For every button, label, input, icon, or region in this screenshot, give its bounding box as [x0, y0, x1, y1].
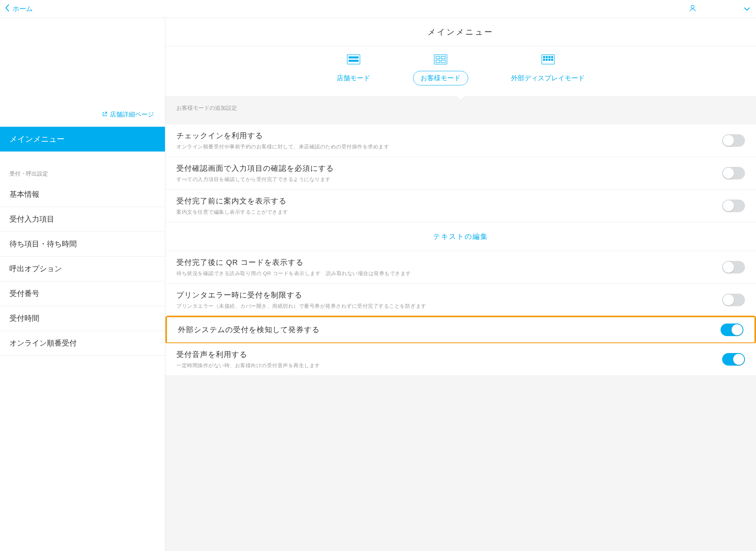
setting-printer-error-title: プリンタエラー時に受付を制限する [176, 290, 426, 300]
store-detail-link[interactable]: 店舗詳細ページ [0, 111, 165, 127]
setting-pre-guide: 受付完了前に案内文を表示する 案内文を任意で編集し表示することができます [165, 190, 756, 222]
setting-pre-guide-title: 受付完了前に案内文を表示する [176, 196, 288, 206]
mode-tab-customer-label: お客様モード [413, 71, 468, 85]
mode-tab-store[interactable]: 店舗モード [329, 54, 378, 85]
svg-rect-8 [441, 60, 445, 63]
chevron-down-icon[interactable] [744, 6, 750, 13]
setting-voice-desc: 一定時間操作がない時、お客様向けの受付音声を再生します [176, 362, 320, 369]
svg-rect-15 [546, 59, 548, 61]
svg-rect-2 [348, 56, 359, 58]
page-title: メインメニュー [165, 18, 756, 46]
mode-tab-store-label: 店舗モード [329, 71, 378, 85]
mode-tab-external-label: 外部ディスプレイモード [504, 71, 592, 85]
svg-rect-4 [434, 55, 447, 64]
svg-rect-6 [441, 56, 445, 59]
svg-rect-13 [551, 56, 553, 58]
svg-rect-16 [548, 59, 550, 61]
setting-confirm-required-desc: すべての入力項目を確認してから受付完了できるようになります [176, 176, 334, 183]
user-icon[interactable] [688, 4, 697, 14]
sidebar-blank [0, 18, 165, 111]
toggle-qr[interactable] [722, 261, 745, 274]
back-home-label: ホーム [13, 4, 33, 13]
svg-rect-12 [548, 56, 550, 58]
svg-rect-1 [347, 55, 359, 64]
topbar-right [688, 4, 750, 14]
toggle-pre-guide[interactable] [722, 200, 745, 212]
svg-rect-10 [543, 56, 545, 58]
setting-qr-title: 受付完了後に QR コードを表示する [176, 257, 411, 268]
toggle-printer-error[interactable] [722, 294, 745, 306]
setting-qr: 受付完了後に QR コードを表示する 待ち状況を確認できる読み取り用の QR コ… [165, 251, 756, 284]
setting-external-detect-title: 外部システムの受付を検知して発券する [178, 325, 320, 335]
setting-voice-title: 受付音声を利用する [176, 349, 320, 360]
sidebar-main-menu-label: メインメニュー [9, 135, 65, 143]
mode-tab-external[interactable]: 外部ディスプレイモード [504, 54, 592, 85]
topbar: ホーム [0, 0, 756, 18]
setting-voice: 受付音声を利用する 一定時間操作がない時、お客様向けの受付音声を再生します [165, 343, 756, 376]
mode-tabs: 店舗モード お客様モード 外部ディスプレイモード [165, 46, 756, 97]
sidebar-item-wait-items[interactable]: 待ち項目・待ち時間 [0, 232, 165, 257]
back-home-link[interactable]: ホーム [5, 4, 33, 14]
sidebar-item-call-options[interactable]: 呼出オプション [0, 257, 165, 281]
external-link-icon [102, 111, 107, 118]
svg-rect-5 [436, 56, 440, 59]
chevron-left-icon [5, 4, 10, 14]
store-mode-icon [347, 54, 360, 65]
toggle-voice[interactable] [722, 353, 745, 366]
sidebar-main-menu[interactable]: メインメニュー [0, 127, 165, 152]
setting-checkin-title: チェックインを利用する [176, 131, 389, 141]
setting-checkin-desc: オンライン順番受付や事前予約のお客様に対して、来店確認のための受付操作を求めます [176, 143, 389, 150]
setting-confirm-required: 受付確認画面で入力項目の確認を必須にする すべての入力項目を確認してから受付完了… [165, 157, 756, 190]
customer-mode-icon [434, 54, 447, 65]
setting-confirm-required-title: 受付確認画面で入力項目の確認を必須にする [176, 163, 334, 174]
toggle-checkin[interactable] [722, 134, 745, 147]
sidebar-item-recep-time[interactable]: 受付時間 [0, 306, 165, 331]
setting-qr-desc: 待ち状況を確認できる読み取り用の QR コードを表示します 読み取れない場合は発… [176, 270, 411, 277]
svg-rect-11 [546, 56, 548, 58]
main: メインメニュー 店舗モード お客様モード [165, 18, 756, 551]
sidebar-list: 基本情報 受付入力項目 待ち項目・待ち時間 呼出オプション 受付番号 受付時間 … [0, 182, 165, 356]
settings-panel: チェックインを利用する オンライン順番受付や事前予約のお客様に対して、来店確認の… [165, 124, 756, 376]
setting-printer-error-desc: プリンタエラー（未接続、カバー開き、用紙切れ）で番号券が発券されずに受付完了する… [176, 303, 426, 310]
sidebar-section-label: 受付・呼出設定 [0, 152, 165, 182]
sidebar-item-input-fields[interactable]: 受付入力項目 [0, 207, 165, 232]
svg-rect-14 [543, 59, 545, 61]
svg-rect-17 [551, 59, 553, 61]
external-display-mode-icon [541, 54, 555, 65]
svg-rect-3 [348, 60, 359, 62]
mode-tab-customer[interactable]: お客様モード [413, 54, 468, 85]
text-edit-link[interactable]: テキストの編集 [433, 233, 488, 240]
text-edit-link-row: テキストの編集 [165, 222, 756, 251]
sidebar: 店舗詳細ページ メインメニュー 受付・呼出設定 基本情報 受付入力項目 待ち項目… [0, 18, 165, 551]
setting-pre-guide-desc: 案内文を任意で編集し表示することができます [176, 209, 288, 216]
highlighted-external-detect: 外部システムの受付を検知して発券する [165, 316, 756, 344]
svg-rect-7 [436, 60, 440, 63]
setting-printer-error: プリンタエラー時に受付を制限する プリンタエラー（未接続、カバー開き、用紙切れ）… [165, 284, 756, 316]
sidebar-item-online-queue[interactable]: オンライン順番受付 [0, 331, 165, 356]
setting-external-detect: 外部システムの受付を検知して発券する [167, 317, 754, 342]
svg-point-0 [691, 5, 694, 8]
setting-checkin: チェックインを利用する オンライン順番受付や事前予約のお客様に対して、来店確認の… [165, 124, 756, 157]
toggle-confirm-required[interactable] [722, 167, 745, 179]
toggle-external-detect[interactable] [721, 324, 743, 336]
store-detail-link-label: 店舗詳細ページ [110, 111, 154, 119]
sidebar-item-recep-number[interactable]: 受付番号 [0, 281, 165, 306]
sidebar-item-basic-info[interactable]: 基本情報 [0, 182, 165, 207]
